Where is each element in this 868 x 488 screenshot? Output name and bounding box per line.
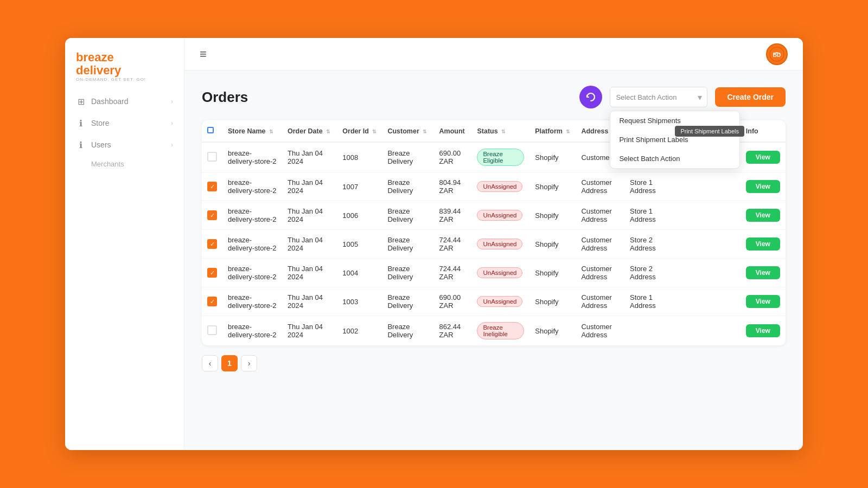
batch-select-container: Select Batch Action Request Shipments Pr…: [610, 87, 707, 107]
cell-order-id: 1006: [337, 201, 382, 230]
cell-customer: Breaze Delivery: [382, 201, 433, 230]
logo-area: breaze delivery ON-DEMAND. GET SET. GO!: [65, 38, 184, 91]
sort-icon: ⇅: [326, 129, 330, 134]
row-checkbox[interactable]: ✓: [207, 182, 217, 191]
topbar-right: BD: [766, 43, 788, 65]
cell-customer: Breaze Delivery: [382, 259, 433, 287]
view-button[interactable]: View: [746, 324, 780, 337]
prev-page-button[interactable]: ‹: [202, 355, 218, 371]
cell-status: UnAssigned: [471, 201, 529, 230]
avatar[interactable]: BD: [766, 43, 788, 65]
cell-customer: Breaze Delivery: [382, 287, 433, 316]
batch-dropdown: Request Shipments Print Shipment Labels …: [610, 111, 740, 169]
table-body: breaze-delivery-store-2Thu Jan 04 202410…: [202, 142, 786, 345]
col-customer: Customer ⇅: [382, 120, 433, 142]
cell-address2: Store 2 Address: [624, 230, 664, 259]
create-order-button[interactable]: Create Order: [715, 87, 786, 107]
view-button[interactable]: View: [746, 209, 780, 222]
cell-order-date: Thu Jan 04 2024: [282, 142, 337, 172]
page-title: Orders: [202, 89, 248, 106]
cell-store-name: breaze-delivery-store-2: [222, 142, 282, 172]
dropdown-item-request[interactable]: Request Shipments: [610, 111, 739, 130]
cell-status: UnAssigned: [471, 172, 529, 201]
cell-store-name: breaze-delivery-store-2: [222, 287, 282, 316]
batch-select-wrapper: Select Batch Action Request Shipments Pr…: [610, 87, 707, 107]
status-badge: Breaze Eligible: [477, 149, 524, 166]
dashboard-icon: ⊞: [76, 97, 86, 106]
row-checkbox[interactable]: ✓: [207, 210, 217, 220]
cell-info: View: [741, 287, 786, 316]
refresh-button[interactable]: [579, 86, 602, 108]
chevron-right-icon: ›: [171, 141, 173, 149]
row-checkbox[interactable]: [207, 325, 217, 335]
col-info: Info: [741, 120, 786, 142]
dropdown-item-print[interactable]: Print Shipment Labels: [610, 130, 739, 149]
cell-store-name: breaze-delivery-store-2: [222, 316, 282, 346]
status-badge: UnAssigned: [477, 181, 522, 192]
sidebar-item-label: Users: [91, 140, 111, 149]
header-checkbox[interactable]: [207, 127, 214, 133]
main-content: ≡ BD Orders: [184, 38, 803, 450]
cell-info: View: [741, 230, 786, 259]
sidebar-item-store[interactable]: ℹ Store ›: [65, 112, 184, 134]
app-frame: breaze delivery ON-DEMAND. GET SET. GO! …: [65, 38, 803, 450]
next-page-button[interactable]: ›: [241, 355, 257, 371]
cell-address1: Customer Address: [576, 287, 624, 316]
col-order-date: Order Date ⇅: [282, 120, 337, 142]
sidebar-item-label: Dashboard: [91, 97, 129, 106]
cell-info: View: [741, 172, 786, 201]
sidebar-item-users[interactable]: ℹ Users ›: [65, 134, 184, 156]
hamburger-menu-icon[interactable]: ≡: [200, 47, 207, 61]
col-amount: Amount: [434, 120, 472, 142]
cell-order-date: Thu Jan 04 2024: [282, 172, 337, 201]
cell-order-id: 1005: [337, 230, 382, 259]
batch-action-select[interactable]: Select Batch Action Request Shipments Pr…: [610, 87, 707, 107]
view-button[interactable]: View: [746, 295, 780, 308]
sort-icon: ⇅: [501, 129, 506, 134]
topbar: ≡ BD: [184, 38, 803, 70]
cell-order-date: Thu Jan 04 2024: [282, 287, 337, 316]
page-1-button[interactable]: 1: [221, 355, 238, 371]
table-row: ✓breaze-delivery-store-2Thu Jan 04 20241…: [202, 201, 786, 230]
cell-address1: Customer Address: [576, 172, 624, 201]
sort-icon: ⇅: [269, 129, 273, 134]
cell-address2: Store 2 Address: [624, 259, 664, 287]
cell-action: [664, 172, 741, 201]
view-button[interactable]: View: [746, 151, 780, 164]
cell-info: View: [741, 259, 786, 287]
cell-address2: Store 1 Address: [624, 287, 664, 316]
sidebar-item-label: Store: [91, 119, 109, 127]
cell-status: UnAssigned: [471, 259, 529, 287]
cell-customer: Breaze Delivery: [382, 316, 433, 346]
table-row: ✓breaze-delivery-store-2Thu Jan 04 20241…: [202, 172, 786, 201]
cell-action: [664, 259, 741, 287]
col-platform: Platform ⇅: [529, 120, 576, 142]
cell-platform: Shopify: [529, 201, 576, 230]
row-checkbox[interactable]: ✓: [207, 297, 217, 306]
row-checkbox[interactable]: ✓: [207, 239, 217, 249]
sidebar: breaze delivery ON-DEMAND. GET SET. GO! …: [65, 38, 184, 450]
cell-address2: [624, 316, 664, 346]
view-button[interactable]: View: [746, 266, 780, 279]
cell-amount: 724.44 ZAR: [434, 230, 472, 259]
row-checkbox[interactable]: [207, 152, 217, 162]
status-badge: Breaze Ineligible: [477, 322, 524, 339]
sidebar-item-dashboard[interactable]: ⊞ Dashboard ›: [65, 91, 184, 112]
view-button[interactable]: View: [746, 237, 780, 251]
row-checkbox[interactable]: ✓: [207, 268, 217, 278]
cell-address2: Store 1 Address: [624, 201, 664, 230]
row-checkbox-cell: ✓: [202, 230, 222, 259]
avatar-logo-icon: BD: [769, 47, 784, 62]
row-checkbox-cell: [202, 142, 222, 172]
cell-platform: Shopify: [529, 172, 576, 201]
cell-action: [664, 201, 741, 230]
dropdown-item-select[interactable]: Select Batch Action: [610, 149, 739, 168]
cell-store-name: breaze-delivery-store-2: [222, 259, 282, 287]
cell-action: [664, 230, 741, 259]
cell-info: View: [741, 201, 786, 230]
pagination: ‹ 1 ›: [202, 355, 786, 371]
users-icon: ℹ: [76, 140, 86, 150]
view-button[interactable]: View: [746, 180, 780, 193]
sidebar-item-merchants[interactable]: Merchants: [65, 156, 184, 172]
logo-sub: ON-DEMAND. GET SET. GO!: [76, 77, 146, 82]
